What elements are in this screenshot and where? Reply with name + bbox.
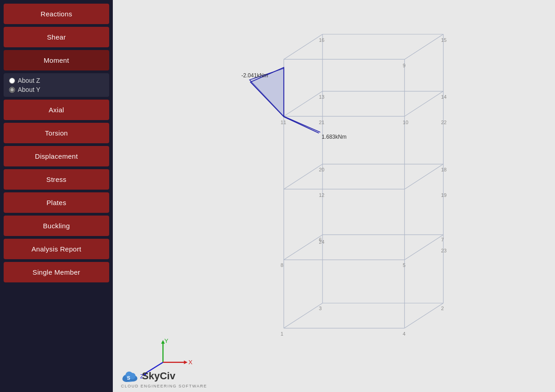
radio-label-abouty[interactable]: About Y <box>9 86 104 93</box>
skyciv-logo: S SkyCiv CLOUD ENGINEERING SOFTWARE <box>121 369 207 388</box>
svg-marker-53 <box>184 361 187 364</box>
svg-text:X: X <box>188 359 192 366</box>
sidebar-btn-axial[interactable]: Axial <box>4 100 109 120</box>
svg-text:Y: Y <box>164 337 168 344</box>
svg-line-15 <box>404 164 443 189</box>
svg-text:21: 21 <box>319 120 324 125</box>
cloud-icon: S <box>121 369 140 383</box>
sidebar: ReactionsShearMomentAbout ZAbout YAxialT… <box>0 0 113 392</box>
svg-text:1: 1 <box>281 331 283 337</box>
svg-text:18: 18 <box>441 167 446 172</box>
svg-text:S: S <box>127 375 130 381</box>
radio-abouty[interactable] <box>9 87 15 93</box>
svg-text:19: 19 <box>441 192 446 198</box>
moment-radio-group: About ZAbout Y <box>4 73 109 97</box>
sidebar-btn-moment[interactable]: Moment <box>4 50 109 70</box>
svg-text:9: 9 <box>403 63 405 68</box>
sidebar-btn-analysis-report[interactable]: Analysis Report <box>4 239 109 259</box>
svg-text:2: 2 <box>441 306 444 311</box>
radio-label-aboutz[interactable]: About Z <box>9 77 104 84</box>
svg-text:24: 24 <box>319 239 324 245</box>
svg-line-22 <box>284 34 323 59</box>
sidebar-btn-shear[interactable]: Shear <box>4 27 109 47</box>
main-canvas: .frame-line { stroke: #b0b8c8; stroke-wi… <box>113 0 555 392</box>
sidebar-btn-stress[interactable]: Stress <box>4 169 109 190</box>
radio-aboutz[interactable] <box>9 78 15 84</box>
svg-line-23 <box>404 34 443 59</box>
svg-text:11: 11 <box>281 120 286 125</box>
svg-line-10 <box>284 235 323 260</box>
brand-name: SkyCiv <box>142 370 175 382</box>
svg-text:10: 10 <box>403 120 408 125</box>
svg-line-18 <box>284 91 323 116</box>
svg-text:13: 13 <box>319 94 324 100</box>
svg-text:20: 20 <box>319 167 324 172</box>
svg-text:12: 12 <box>319 192 324 198</box>
svg-line-6 <box>284 303 323 328</box>
svg-text:7: 7 <box>441 237 444 242</box>
sidebar-btn-reactions[interactable]: Reactions <box>4 4 109 24</box>
svg-text:5: 5 <box>403 262 405 268</box>
svg-text:3: 3 <box>319 306 322 311</box>
sidebar-btn-plates[interactable]: Plates <box>4 192 109 213</box>
sidebar-btn-displacement[interactable]: Displacement <box>4 146 109 166</box>
moment-label-positive: 1.683kNm <box>322 134 347 140</box>
sidebar-btn-buckling[interactable]: Buckling <box>4 216 109 236</box>
svg-text:4: 4 <box>403 331 405 337</box>
svg-line-19 <box>404 91 443 116</box>
svg-text:14: 14 <box>441 94 446 100</box>
svg-text:15: 15 <box>441 37 446 43</box>
brand-tagline: CLOUD ENGINEERING SOFTWARE <box>121 384 207 388</box>
svg-text:23: 23 <box>441 248 446 253</box>
svg-line-14 <box>284 164 323 189</box>
svg-text:22: 22 <box>441 120 446 125</box>
svg-text:16: 16 <box>319 37 324 43</box>
svg-text:8: 8 <box>281 262 283 268</box>
sidebar-btn-single-member[interactable]: Single Member <box>4 262 109 282</box>
svg-line-7 <box>404 303 443 328</box>
moment-label-negative: -2.041kNm <box>242 72 268 79</box>
svg-line-11 <box>404 235 443 260</box>
sidebar-btn-torsion[interactable]: Torsion <box>4 123 109 143</box>
